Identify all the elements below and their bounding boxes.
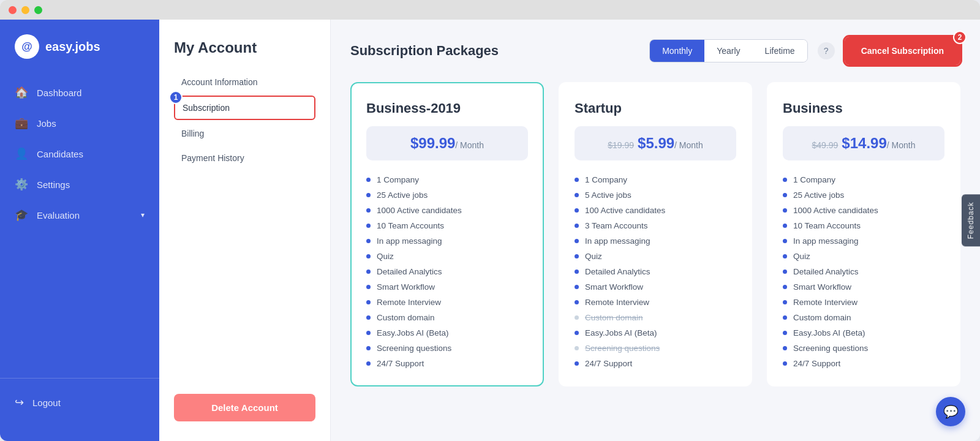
plan-feature: 24/7 Support [575, 359, 736, 368]
sidebar-item-evaluation[interactable]: 🎓 Evaluation ▾ [0, 201, 159, 229]
plan-price: $5.99 [638, 135, 674, 151]
plan-feature: Smart Workflow [575, 282, 736, 292]
feature-dot [783, 300, 787, 304]
feature-dot [366, 193, 371, 197]
feature-dot [575, 300, 579, 304]
sidebar-label-evaluation: Evaluation [37, 210, 80, 221]
feature-label: Screening questions [377, 344, 451, 353]
feature-dot [783, 208, 787, 213]
plan-feature: Remote Interview [575, 298, 736, 307]
subscription-menu-wrapper: 1 Subscription [174, 96, 315, 120]
feature-dot [366, 270, 371, 274]
feature-label: Detailed Analytics [377, 267, 442, 276]
feature-label: Screening questions [585, 344, 660, 353]
feature-label: Custom domain [377, 313, 435, 322]
logo-text: easy.jobs [45, 40, 100, 54]
plan-feature: 1000 Active candidates [366, 206, 528, 215]
close-btn[interactable] [9, 6, 17, 14]
feature-label: In app messaging [585, 236, 650, 246]
plan-feature: 1000 Active candidates [783, 206, 944, 215]
chat-button[interactable]: 💬 [936, 397, 965, 426]
plan-feature: Easy.Jobs AI (Beta) [366, 328, 528, 337]
feature-dot [783, 178, 787, 182]
feature-label: Detailed Analytics [585, 267, 650, 276]
plan-original-price: $19.99 [608, 140, 634, 150]
feature-label: 24/7 Support [377, 359, 424, 368]
feature-dot [783, 193, 787, 197]
feature-dot [366, 239, 371, 243]
feature-label: Remote Interview [585, 298, 649, 307]
feature-dot [783, 239, 787, 243]
chevron-down-icon: ▾ [141, 211, 145, 219]
plan-feature: Smart Workflow [366, 282, 528, 292]
feature-label: 25 Active jobs [377, 190, 428, 200]
account-menu-item-billing[interactable]: Billing [174, 123, 315, 145]
content-area: My Account Account Information 1 Subscri… [159, 20, 980, 441]
feature-dot [783, 346, 787, 350]
feature-dot [575, 346, 579, 350]
plan-price-box: $19.99$5.99/ Month [575, 126, 736, 160]
sidebar-logo: @ easy.jobs [0, 34, 159, 78]
feature-label: Smart Workflow [585, 282, 643, 292]
app-body: @ easy.jobs 🏠 Dashboard 💼 Jobs 👤 Candida… [0, 20, 980, 441]
sidebar-item-jobs[interactable]: 💼 Jobs [0, 109, 159, 137]
maximize-btn[interactable] [34, 6, 42, 14]
plan-price-box: $99.99/ Month [366, 126, 528, 160]
plan-feature: Custom domain [783, 313, 944, 322]
feature-dot [575, 224, 579, 228]
account-menu-item-info[interactable]: Account Information [174, 71, 315, 93]
feature-label: Detailed Analytics [793, 267, 859, 276]
plan-price-period: / Month [455, 140, 484, 150]
period-monthly-button[interactable]: Monthly [650, 40, 704, 62]
feature-dot [783, 224, 787, 228]
help-icon[interactable]: ? [818, 42, 835, 59]
plan-feature: Easy.Jobs AI (Beta) [783, 328, 944, 337]
feature-dot [575, 331, 579, 335]
sidebar: @ easy.jobs 🏠 Dashboard 💼 Jobs 👤 Candida… [0, 20, 159, 441]
chat-icon: 💬 [943, 404, 959, 419]
feedback-tab[interactable]: Feedback [962, 195, 980, 247]
plan-name: Business [783, 100, 944, 116]
plan-feature: 24/7 Support [366, 359, 528, 368]
plan-price-period: / Month [674, 140, 703, 150]
sidebar-label-dashboard: Dashboard [37, 88, 81, 98]
sidebar-item-candidates[interactable]: 👤 Candidates [0, 140, 159, 168]
feature-label: Quiz [793, 252, 810, 261]
sidebar-label-candidates: Candidates [37, 149, 83, 159]
period-lifetime-button[interactable]: Lifetime [753, 40, 807, 62]
feature-dot [783, 315, 787, 320]
plan-feature: 5 Active jobs [575, 190, 736, 200]
feature-dot [575, 208, 579, 213]
feature-label: 24/7 Support [793, 359, 840, 368]
feature-label: In app messaging [793, 236, 859, 246]
plan-features-list: 1 Company 25 Active jobs 1000 Active can… [366, 175, 528, 368]
feature-label: 5 Active jobs [585, 190, 631, 200]
plan-feature: In app messaging [575, 236, 736, 246]
feature-dot [366, 208, 371, 213]
sidebar-item-dashboard[interactable]: 🏠 Dashboard [0, 78, 159, 107]
plan-original-price: $49.99 [812, 140, 839, 150]
account-menu-item-payment-history[interactable]: Payment History [174, 147, 315, 169]
plan-price: $99.99 [410, 135, 455, 151]
minimize-btn[interactable] [21, 6, 29, 14]
plan-feature: Detailed Analytics [575, 267, 736, 276]
feature-label: Quiz [377, 252, 394, 261]
header-right: ? Cancel Subscription 2 [818, 37, 960, 65]
plan-card-business: Business $49.99$14.99/ Month 1 Company 2… [767, 82, 960, 386]
feature-dot [366, 254, 371, 258]
sidebar-item-logout[interactable]: ↪ Logout [0, 388, 159, 417]
subscription-header: Subscription Packages Monthly Yearly Lif… [350, 37, 960, 65]
subscription-area: Subscription Packages Monthly Yearly Lif… [331, 20, 980, 441]
dashboard-icon: 🏠 [15, 86, 28, 99]
feature-dot [575, 239, 579, 243]
period-yearly-button[interactable]: Yearly [704, 40, 752, 62]
feature-label: 1 Company [377, 175, 419, 184]
account-menu-item-subscription[interactable]: 1 Subscription [174, 96, 315, 120]
sidebar-item-settings[interactable]: ⚙️ Settings [0, 170, 159, 198]
feature-label: 24/7 Support [585, 359, 632, 368]
plan-feature: Detailed Analytics [366, 267, 528, 276]
feature-dot [575, 178, 579, 182]
delete-account-button[interactable]: Delete Account [174, 394, 315, 421]
cancel-subscription-button[interactable]: Cancel Subscription [845, 37, 960, 65]
cancel-btn-wrapper: Cancel Subscription 2 [845, 37, 960, 65]
